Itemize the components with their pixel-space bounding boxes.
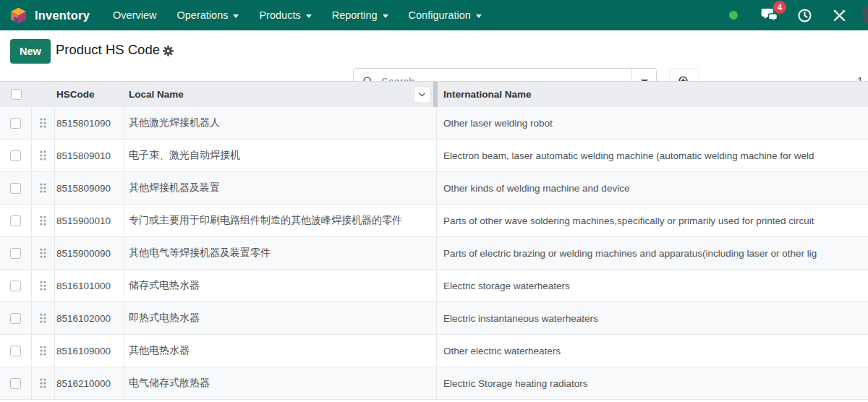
table-row[interactable]: 8516109000 其他电热水器 Other electric waterhe… [0,335,868,367]
row-checkbox[interactable] [10,150,21,161]
table-row[interactable]: 8515900090 其他电气等焊接机器及装置零件 Parts of elect… [0,237,868,270]
international-name-cell[interactable]: Electric storage waterheaters [437,270,868,302]
row-checkbox[interactable] [10,183,21,194]
international-name-cell[interactable]: Electric Storage heating radiators [437,367,868,399]
table-row[interactable]: 8516210000 电气储存式散热器 Electric Storage hea… [0,367,868,400]
row-checkbox-cell[interactable] [0,237,32,269]
local-name-cell[interactable]: 其他焊接机器及装置 [124,172,437,204]
row-checkbox-cell[interactable] [0,205,32,236]
row-drag-handle[interactable] [32,237,55,269]
column-header-local-name[interactable]: Local Name [124,82,437,107]
hscode-cell[interactable]: 8515900010 [55,205,124,236]
hscode-cell[interactable]: 8515900090 [55,237,124,269]
row-checkbox[interactable] [10,215,21,226]
presence-status-dot [729,11,738,20]
topbar-right: 4 [729,0,868,30]
hscode-cell[interactable]: 8516101000 [55,270,124,302]
row-drag-handle[interactable] [32,270,55,302]
table-row[interactable]: 8516101000 储存式电热水器 Electric storage wate… [0,270,868,302]
menu-item-label: Configuration [409,9,471,21]
row-checkbox[interactable] [10,118,21,129]
menu-reporting[interactable]: Reporting [322,0,399,30]
new-button[interactable]: New [10,39,51,64]
column-header-local-name-label: Local Name [129,89,184,100]
hscode-cell[interactable]: 8516109000 [55,335,124,367]
menu-configuration[interactable]: Configuration [399,0,492,30]
row-drag-handle[interactable] [32,172,55,204]
menu-item-label: Overview [113,9,156,21]
local-name-cell[interactable]: 专门或主要用于印刷电路组件制造的其他波峰焊接机器的零件 [124,205,437,236]
local-name-cell[interactable]: 其他电气等焊接机器及装置零件 [124,237,437,269]
row-checkbox-cell[interactable] [0,140,32,171]
view-settings-gear-icon[interactable] [162,45,174,57]
row-drag-handle[interactable] [32,335,55,367]
select-all-checkbox[interactable] [11,89,22,100]
six-dots-drag-icon [39,312,47,324]
row-checkbox[interactable] [10,281,21,291]
table-row[interactable]: 8515801090 其他激光焊接机器人 Other laser welding… [0,107,868,140]
activities-button[interactable] [795,6,814,25]
hscode-cell[interactable]: 8515801090 [55,107,124,139]
hscode-cell[interactable]: 8516210000 [55,367,124,399]
six-dots-drag-icon [39,280,47,291]
tools-button[interactable] [830,6,848,25]
row-checkbox-cell[interactable] [0,107,32,139]
table-row[interactable]: 8516102000 即热式电热水器 Electric instantaneou… [0,302,868,335]
topbar: Inventory Overview Operations Products R… [0,0,868,30]
international-name-cell[interactable]: Other laser welding robot [437,107,868,139]
row-checkbox-cell[interactable] [0,302,32,334]
row-checkbox-cell[interactable] [0,172,32,204]
row-drag-handle[interactable] [32,302,55,334]
hscode-cell[interactable]: 8515809010 [55,140,124,171]
table-row[interactable]: 8515809090 其他焊接机器及装置 Other kinds of weld… [0,172,868,205]
local-name-cell[interactable]: 电子束、激光自动焊接机 [124,140,437,171]
row-drag-handle[interactable] [32,205,55,236]
row-checkbox-cell[interactable] [0,335,32,367]
chevron-down-icon [306,14,312,18]
row-checkbox[interactable] [10,248,21,259]
clock-icon [797,8,812,23]
international-name-cell[interactable]: Other electric waterheaters [437,335,868,367]
local-name-cell[interactable]: 其他电热水器 [124,335,437,367]
menu-products[interactable]: Products [249,0,321,30]
six-dots-drag-icon [39,377,47,389]
table-row[interactable]: 8515809010 电子束、激光自动焊接机 Electron beam, la… [0,140,868,172]
international-name-cell[interactable]: Parts of electric brazing or welding mac… [437,237,868,269]
local-name-cell[interactable]: 其他激光焊接机器人 [124,107,437,139]
hscode-cell[interactable]: 8515809090 [55,172,124,204]
chevron-down-icon [233,14,239,18]
international-name-cell[interactable]: Other kinds of welding machine and devic… [437,172,868,204]
row-checkbox-cell[interactable] [0,367,32,399]
inventory-app-icon[interactable] [9,7,27,25]
table-row[interactable]: 8515900010 专门或主要用于印刷电路组件制造的其他波峰焊接机器的零件 P… [0,205,868,237]
local-name-cell[interactable]: 即热式电热水器 [124,302,437,334]
select-all-checkbox-cell[interactable] [0,89,32,100]
menu-overview[interactable]: Overview [103,0,166,30]
international-name-cell[interactable]: Parts of other wave soldering machines,s… [437,205,868,236]
column-dropdown-button[interactable] [414,86,430,103]
menu-item-label: Operations [177,9,229,21]
local-name-cell[interactable]: 储存式电热水器 [124,270,437,302]
column-header-international-name[interactable]: International Name [437,89,868,100]
international-name-cell[interactable]: Electron beam, laser automatic welding m… [437,140,868,171]
menu-item-label: Reporting [332,9,378,21]
row-checkbox[interactable] [10,346,21,356]
page-title: Product HS Code [56,42,160,58]
row-checkbox[interactable] [10,378,21,389]
row-checkbox[interactable] [10,313,21,324]
international-name-cell[interactable]: Electric instantaneous waterheaters [437,302,868,334]
user-avatar[interactable] [862,4,868,26]
local-name-cell[interactable]: 电气储存式散热器 [124,367,437,399]
column-header-hscode[interactable]: HSCode [55,89,124,100]
column-resize-handle[interactable] [433,82,438,108]
row-drag-handle[interactable] [32,367,55,399]
menu-operations[interactable]: Operations [167,0,250,30]
row-drag-handle[interactable] [32,107,55,139]
row-checkbox-cell[interactable] [0,270,32,302]
six-dots-drag-icon [39,182,47,194]
messages-button[interactable]: 4 [760,6,779,25]
six-dots-drag-icon [39,345,47,356]
app-name[interactable]: Inventory [35,9,90,22]
row-drag-handle[interactable] [32,140,55,171]
hscode-cell[interactable]: 8516102000 [55,302,124,334]
